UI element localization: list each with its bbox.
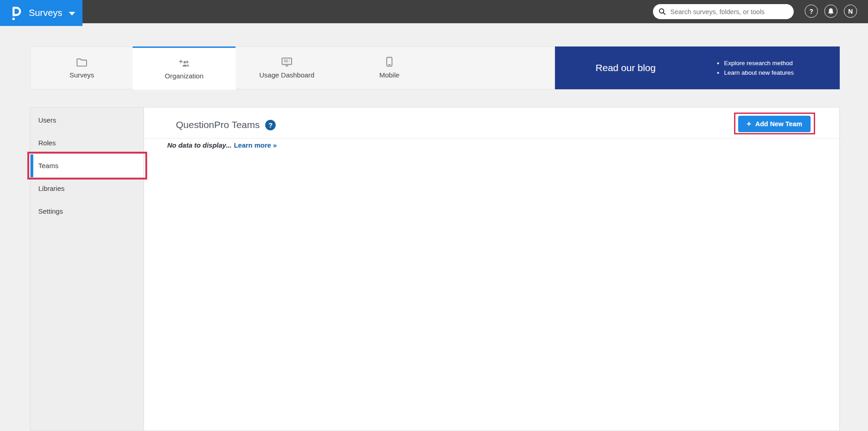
tab-organization[interactable]: Organization <box>133 46 236 90</box>
questionpro-logo-icon <box>10 5 22 21</box>
main-panel: QuestionPro Teams ? + Add New Team No da… <box>144 108 839 431</box>
group-add-icon <box>178 58 190 68</box>
blog-bullet: Explore research method <box>724 60 794 67</box>
blog-banner-title[interactable]: Read our blog <box>555 62 696 73</box>
sidebar-item-libraries[interactable]: Libraries <box>31 177 144 200</box>
folder-icon <box>76 57 87 67</box>
sidebar-item-users[interactable]: Users <box>31 109 144 132</box>
header-divider <box>144 138 839 139</box>
teams-help-icon[interactable]: ? <box>265 120 276 130</box>
sidebar-item-settings[interactable]: Settings <box>31 200 144 223</box>
tab-label: Organization <box>164 72 203 80</box>
plus-icon: + <box>747 120 751 128</box>
empty-state-text: No data to display... <box>167 141 231 149</box>
blog-banner: Read our blog Explore research method Le… <box>555 46 840 89</box>
avatar[interactable]: N <box>844 5 857 18</box>
tab-label: Surveys <box>69 71 94 79</box>
sidebar-item-teams[interactable]: Teams <box>31 154 144 177</box>
search-input[interactable] <box>670 8 788 15</box>
top-header: ? N <box>0 0 868 23</box>
tab-label: Mobile <box>379 71 399 79</box>
learn-more-link[interactable]: Learn more » <box>234 141 277 149</box>
help-button[interactable]: ? <box>805 5 818 18</box>
bell-icon <box>827 8 834 15</box>
tab-usage-dashboard[interactable]: Usage Dashboard <box>236 47 338 89</box>
tab-label: Usage Dashboard <box>259 71 314 79</box>
product-label: Surveys <box>29 8 62 18</box>
chevron-down-icon <box>69 12 75 15</box>
add-new-team-button[interactable]: + Add New Team <box>738 116 811 132</box>
tab-mobile[interactable]: Mobile <box>338 47 441 89</box>
blog-bullet: Learn about new features <box>724 69 794 76</box>
settings-sidebar: Users Roles Teams Libraries Settings <box>31 108 144 431</box>
search-icon <box>658 8 666 15</box>
sidebar-item-roles[interactable]: Roles <box>31 132 144 154</box>
product-switcher[interactable]: Surveys <box>0 0 82 26</box>
tab-surveys[interactable]: Surveys <box>31 47 133 89</box>
blog-banner-bullets: Explore research method Learn about new … <box>717 57 794 79</box>
content-card: Users Roles Teams Libraries Settings Que… <box>30 107 840 431</box>
global-search[interactable] <box>653 4 794 19</box>
main-tab-bar: Surveys Organization Usage Dashboard <box>30 46 555 89</box>
smartphone-icon <box>386 57 393 67</box>
add-new-team-label: Add New Team <box>755 120 802 128</box>
notifications-button[interactable] <box>824 5 837 18</box>
page-title: QuestionPro Teams <box>176 119 260 130</box>
dashboard-screen-icon <box>281 57 293 67</box>
